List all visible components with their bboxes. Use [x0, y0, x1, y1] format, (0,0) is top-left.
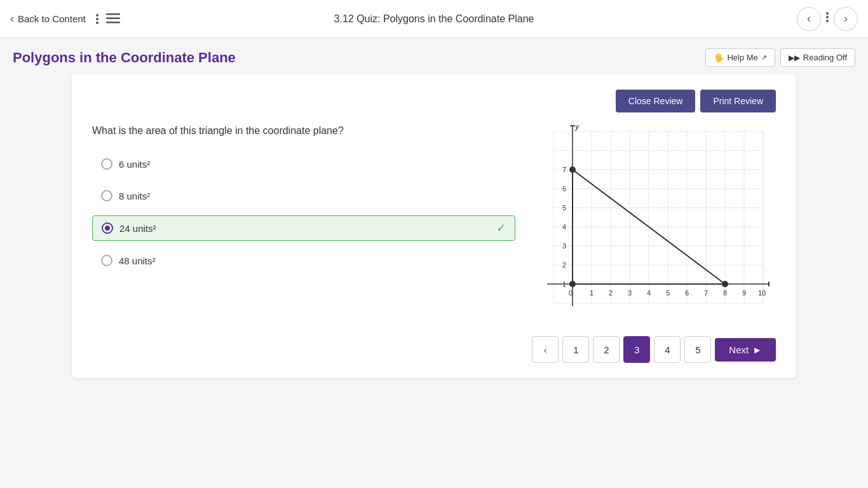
back-arrow-icon: ‹ — [10, 12, 14, 25]
graph-svg: x y 0 1 2 3 4 5 6 7 8 9 10 1 2 — [534, 125, 770, 316]
quiz-card: Close Review Print Review What is the ar… — [72, 74, 796, 378]
svg-text:3: 3 — [628, 289, 632, 297]
answer-option-b[interactable]: 8 units² — [92, 184, 515, 208]
svg-text:x: x — [769, 280, 770, 289]
svg-point-55 — [569, 281, 576, 287]
svg-text:4: 4 — [647, 289, 651, 297]
nav-title: 3.12 Quiz: Polygons in the Coordinate Pl… — [334, 13, 534, 25]
answer-option-c[interactable]: 24 units² ✓ — [92, 215, 515, 241]
pagination-page-2[interactable]: 2 — [593, 336, 620, 363]
svg-point-2 — [96, 22, 98, 24]
radio-inner-c — [105, 226, 110, 231]
svg-text:6: 6 — [562, 185, 566, 193]
svg-marker-32 — [570, 125, 575, 126]
answer-label-d: 48 units² — [119, 255, 156, 266]
svg-point-8 — [826, 20, 829, 22]
back-to-content-label: Back to Content — [18, 13, 86, 24]
svg-point-1 — [96, 18, 98, 20]
answer-choices: 6 units² 8 units² 24 units² ✓ — [92, 152, 515, 273]
answer-label-a: 6 units² — [119, 159, 150, 170]
svg-text:3: 3 — [562, 242, 566, 250]
svg-rect-3 — [106, 13, 120, 15]
coordinate-graph: x y 0 1 2 3 4 5 6 7 8 9 10 1 2 — [534, 125, 776, 318]
nav-right-controls: ‹ › — [797, 7, 858, 31]
next-label: Next — [729, 344, 749, 355]
radio-b — [101, 190, 112, 201]
svg-text:9: 9 — [742, 289, 746, 297]
radio-d — [101, 255, 112, 266]
nav-next-button[interactable]: › — [834, 7, 858, 31]
pagination-page-4[interactable]: 4 — [654, 336, 681, 363]
help-me-button[interactable]: 🖐 Help Me ↗ — [705, 48, 775, 67]
svg-text:6: 6 — [685, 289, 689, 297]
svg-text:2: 2 — [609, 289, 613, 297]
answer-option-d[interactable]: 48 units² — [92, 248, 515, 273]
svg-text:5: 5 — [562, 204, 566, 212]
svg-text:2: 2 — [562, 261, 566, 269]
close-review-button[interactable]: Close Review — [616, 90, 696, 112]
pagination-page-3[interactable]: 3 — [623, 336, 650, 363]
page-title: Polygons in the Coordinate Plane — [13, 50, 236, 66]
svg-point-6 — [826, 12, 829, 15]
svg-rect-9 — [553, 132, 763, 303]
svg-text:5: 5 — [666, 289, 670, 297]
svg-text:7: 7 — [704, 289, 708, 297]
svg-text:8: 8 — [723, 289, 727, 297]
help-icon: 🖐 — [714, 53, 724, 62]
svg-rect-4 — [106, 17, 120, 19]
reading-button[interactable]: ▶▶ Reading Off — [780, 48, 855, 67]
reading-label: Reading Off — [803, 53, 847, 62]
svg-point-0 — [96, 14, 98, 17]
svg-text:4: 4 — [562, 223, 566, 231]
svg-text:10: 10 — [758, 289, 766, 297]
page-header: Polygons in the Coordinate Plane 🖐 Help … — [13, 48, 855, 67]
pagination-prev-button[interactable]: ‹ — [532, 336, 559, 363]
hamburger-menu-icon[interactable] — [106, 11, 120, 27]
svg-text:0: 0 — [569, 289, 573, 297]
answer-label-b: 8 units² — [119, 191, 150, 201]
pagination-page-5[interactable]: 5 — [684, 336, 711, 363]
svg-text:1: 1 — [562, 280, 566, 288]
question-left-panel: What is the area of this triangle in the… — [92, 125, 515, 318]
pagination-next-button[interactable]: Next ► — [715, 338, 776, 362]
pagination: ‹ 1 2 3 4 5 Next ► — [92, 336, 776, 363]
top-navigation: ‹ Back to Content 3.12 Quiz: Polygons in… — [0, 0, 868, 38]
radio-a — [101, 158, 112, 170]
review-buttons: Close Review Print Review — [92, 90, 776, 112]
svg-text:y: y — [574, 125, 580, 131]
nav-dots-left-icon[interactable] — [93, 11, 101, 27]
next-arrow-icon: ► — [752, 344, 762, 355]
answer-option-a[interactable]: 6 units² — [92, 152, 515, 176]
svg-text:1: 1 — [590, 289, 593, 297]
external-link-icon: ↗ — [761, 53, 767, 62]
header-buttons: 🖐 Help Me ↗ ▶▶ Reading Off — [705, 48, 855, 67]
svg-point-56 — [722, 281, 728, 287]
question-text: What is the area of this triangle in the… — [92, 125, 515, 137]
print-review-button[interactable]: Print Review — [700, 90, 776, 112]
correct-checkmark: ✓ — [496, 221, 506, 235]
nav-dots-menu-icon[interactable] — [826, 11, 829, 26]
pagination-page-1[interactable]: 1 — [562, 336, 589, 363]
question-area: What is the area of this triangle in the… — [92, 125, 776, 318]
radio-c — [102, 222, 113, 234]
svg-rect-5 — [106, 22, 120, 24]
svg-point-54 — [569, 166, 576, 173]
back-to-content-link[interactable]: ‹ Back to Content — [10, 12, 86, 25]
svg-text:7: 7 — [562, 166, 566, 173]
answer-label-c: 24 units² — [119, 223, 156, 234]
page-content: Polygons in the Coordinate Plane 🖐 Help … — [0, 38, 868, 388]
help-me-label: Help Me — [727, 53, 757, 62]
reading-icon: ▶▶ — [789, 53, 800, 62]
nav-prev-button[interactable]: ‹ — [797, 7, 821, 31]
svg-point-7 — [826, 16, 829, 18]
